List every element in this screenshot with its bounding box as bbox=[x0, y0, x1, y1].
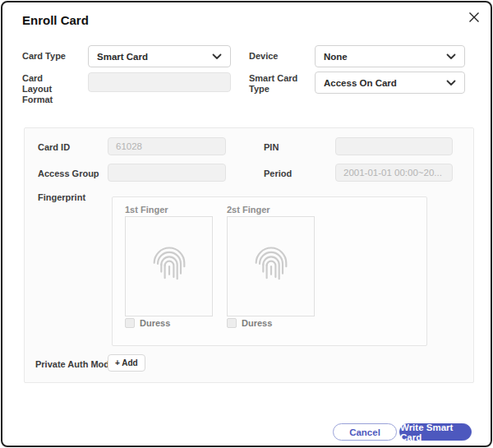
close-icon bbox=[468, 12, 480, 26]
duress-label: Duress bbox=[242, 318, 272, 328]
enroll-card-dialog: Enroll Card Card Type Smart Card Device … bbox=[1, 1, 492, 447]
device-select[interactable]: None bbox=[315, 45, 465, 67]
card-type-value: Smart Card bbox=[97, 52, 212, 62]
pin-input[interactable] bbox=[335, 137, 453, 155]
cancel-button[interactable]: Cancel bbox=[333, 423, 397, 441]
card-type-label: Card Type bbox=[22, 51, 85, 62]
smart-card-type-value: Access On Card bbox=[324, 78, 446, 88]
device-label: Device bbox=[249, 51, 306, 62]
duress-label: Duress bbox=[140, 318, 170, 328]
period-label: Period bbox=[264, 169, 292, 179]
fingerprint-label: Fingerprint bbox=[38, 192, 85, 203]
chevron-down-icon bbox=[446, 53, 456, 60]
first-finger-scan-box bbox=[125, 216, 213, 316]
chevron-down-icon bbox=[446, 80, 456, 86]
duress-checkbox[interactable] bbox=[125, 318, 135, 328]
close-button[interactable] bbox=[466, 11, 482, 27]
fingerprint-icon bbox=[147, 242, 191, 291]
write-smart-card-button[interactable]: Write Smart Card bbox=[399, 423, 472, 441]
fingerprint-container: 1st Finger Duress 2st Finger bbox=[112, 196, 427, 346]
private-auth-mode-label: Private Auth Mode bbox=[35, 359, 114, 370]
page-title: Enroll Card bbox=[22, 13, 89, 27]
smart-card-type-label: Smart Card Type bbox=[249, 73, 303, 95]
first-finger-duress: Duress bbox=[125, 318, 170, 328]
second-finger-label: 2st Finger bbox=[227, 205, 270, 215]
fingerprint-icon bbox=[249, 242, 293, 291]
add-private-auth-button[interactable]: + Add bbox=[108, 354, 145, 372]
second-finger-duress: Duress bbox=[227, 318, 272, 328]
access-group-input[interactable] bbox=[108, 164, 226, 182]
card-id-label: Card ID bbox=[38, 142, 70, 153]
device-value: None bbox=[324, 52, 446, 62]
card-layout-format-input[interactable] bbox=[88, 72, 231, 92]
card-type-select[interactable]: Smart Card bbox=[88, 45, 231, 67]
first-finger-label: 1st Finger bbox=[125, 205, 168, 215]
period-input[interactable]: 2001-01-01 00:00~20... bbox=[335, 164, 453, 182]
second-finger-scan-box bbox=[227, 216, 315, 316]
duress-checkbox[interactable] bbox=[227, 318, 237, 328]
access-group-label: Access Group bbox=[38, 169, 99, 179]
chevron-down-icon bbox=[212, 53, 222, 60]
card-layout-format-label: Card Layout Format bbox=[22, 73, 75, 105]
smart-card-type-select[interactable]: Access On Card bbox=[315, 72, 465, 94]
card-id-input[interactable]: 61028 bbox=[108, 137, 226, 155]
pin-label: PIN bbox=[264, 142, 279, 153]
